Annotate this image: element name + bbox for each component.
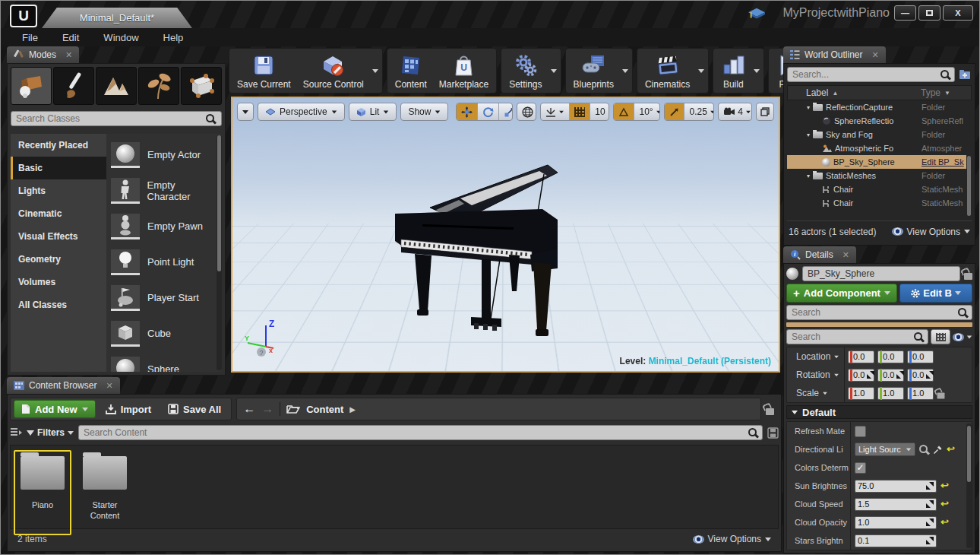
camera-speed-button[interactable]: 4	[719, 103, 752, 120]
sun-brightness-field[interactable]: 75.0	[855, 480, 937, 493]
category-geometry[interactable]: Geometry	[11, 248, 106, 271]
edit-blueprint-button[interactable]: Edit B	[899, 284, 972, 303]
source-control-dropdown[interactable]	[370, 49, 381, 93]
save-current-button[interactable]: Save Current	[231, 49, 297, 93]
details-lock-icon[interactable]	[964, 273, 972, 280]
value-spinner-icon[interactable]	[926, 537, 934, 544]
level-tab[interactable]: Minimal_Default*	[42, 8, 192, 28]
marketplace-button[interactable]: U Marketplace	[433, 49, 495, 93]
piano-static-mesh[interactable]	[232, 98, 779, 371]
content-browser-view-options-button[interactable]: View Options	[693, 534, 771, 544]
category-all-classes[interactable]: All Classes	[11, 293, 106, 316]
tutorial-cap-icon[interactable]	[748, 8, 765, 20]
outliner-row-bp-sky-sphere[interactable]: BP_Sky_Sphere Edit BP_Sk	[787, 155, 972, 169]
viewport[interactable]: Perspective Lit Show	[231, 97, 780, 373]
outliner-row-reflectioncapture[interactable]: ▾ReflectionCapture Folder	[787, 100, 972, 114]
reset-to-default-icon[interactable]: ↩	[940, 500, 949, 508]
selected-component-row[interactable]	[786, 322, 972, 327]
place-item-sphere[interactable]: Sphere	[111, 351, 220, 372]
settings-button[interactable]: Settings	[503, 49, 548, 93]
move-tool-button[interactable]	[457, 103, 478, 120]
details-search-input[interactable]	[786, 305, 972, 320]
breadcrumb-arrow-icon[interactable]: ▶	[349, 405, 356, 414]
reset-to-default-icon[interactable]: ↩	[940, 482, 949, 490]
menu-file[interactable]: File	[13, 30, 47, 46]
place-item-player-start[interactable]: Player Start	[111, 280, 220, 316]
scale-y-field[interactable]: 1.0	[877, 387, 904, 400]
location-y-field[interactable]: 0.0	[877, 350, 904, 363]
search-classes-input[interactable]	[11, 111, 222, 126]
scale-lock-icon[interactable]	[937, 392, 945, 398]
value-spinner-icon[interactable]	[926, 371, 934, 379]
menu-edit[interactable]: Edit	[53, 30, 88, 46]
place-item-empty-character[interactable]: Empty Character	[111, 173, 220, 208]
details-view-caret-icon[interactable]	[967, 335, 972, 338]
breadcrumb-content[interactable]: Content	[306, 404, 343, 415]
scale-snap-value-button[interactable]: 0.25	[684, 103, 714, 120]
location-label[interactable]: Location	[787, 347, 845, 366]
colors-determined-checkbox[interactable]: ✓	[855, 462, 866, 474]
outliner-close-icon[interactable]: ✕	[871, 50, 878, 60]
rotation-z-field[interactable]: 0.0	[907, 369, 934, 382]
outliner-row-spherereflection[interactable]: SphereReflectio SphereRefl	[787, 114, 972, 128]
reset-to-default-icon[interactable]: ↩	[940, 519, 949, 526]
level-value[interactable]: Minimal_Default (Persistent)	[649, 356, 771, 366]
outliner-row-chair-2[interactable]: Chair StaticMesh	[787, 196, 972, 210]
placement-scrollbar[interactable]	[217, 135, 222, 370]
save-search-icon[interactable]	[767, 427, 779, 439]
details-scrollbar[interactable]	[966, 423, 972, 548]
maximize-viewport-button[interactable]	[756, 103, 774, 121]
folder-tile-starter-content[interactable]: Starter Content	[76, 450, 134, 535]
save-all-button[interactable]: Save All	[161, 404, 228, 415]
add-component-button[interactable]: +Add Component	[786, 284, 897, 303]
modes-tab[interactable]: Modes ✕	[7, 46, 79, 63]
mode-foliage-button[interactable]	[138, 67, 179, 105]
property-matrix-button[interactable]	[931, 329, 950, 344]
mode-landscape-button[interactable]	[96, 67, 137, 105]
world-local-toggle-button[interactable]	[517, 103, 536, 120]
place-item-cube[interactable]: Cube	[111, 316, 220, 351]
value-spinner-icon[interactable]	[926, 500, 934, 508]
mode-place-button[interactable]	[11, 67, 52, 105]
eyedropper-icon[interactable]	[933, 445, 943, 455]
outliner-view-options-button[interactable]: View Options	[892, 227, 970, 237]
location-x-field[interactable]: 0.0	[848, 350, 874, 363]
place-item-empty-actor[interactable]: Empty Actor	[111, 137, 220, 173]
back-arrow-icon[interactable]: ←	[243, 402, 255, 416]
category-visual-effects[interactable]: Visual Effects	[11, 225, 106, 248]
sources-panel-icon[interactable]	[10, 427, 22, 438]
category-cinematic[interactable]: Cinematic	[11, 202, 106, 225]
world-outliner-tab[interactable]: World Outliner ✕	[783, 46, 886, 63]
content-browser-tab[interactable]: Content Browser ✕	[7, 377, 120, 394]
column-type[interactable]: Type	[921, 87, 940, 98]
search-content-input[interactable]	[78, 425, 763, 440]
lit-button[interactable]: Lit	[349, 103, 397, 121]
maximize-button[interactable]	[918, 5, 940, 21]
show-button[interactable]: Show	[400, 103, 448, 121]
rotation-snap-value-button[interactable]: 10°	[634, 103, 660, 120]
details-view-eye-icon[interactable]	[953, 333, 964, 341]
modes-close-icon[interactable]: ✕	[65, 50, 72, 60]
content-button[interactable]: Content	[389, 49, 433, 93]
value-spinner-icon[interactable]	[896, 371, 904, 379]
outliner-row-sky-and-fog[interactable]: ▾Sky and Fog Folder	[787, 128, 972, 141]
details-close-icon[interactable]: ✕	[842, 250, 849, 260]
expand-arrow-icon[interactable]: ▾	[807, 104, 810, 111]
rotation-snap-toggle-button[interactable]	[614, 103, 634, 120]
outliner-search-input[interactable]	[787, 67, 955, 82]
outliner-row-chair-1[interactable]: Chair StaticMesh	[787, 182, 972, 196]
outliner-row-staticmeshes[interactable]: ▾StaticMeshes Folder	[787, 169, 972, 182]
folder-tile-piano[interactable]: Piano	[14, 450, 71, 535]
reset-to-default-icon[interactable]: ↩	[947, 446, 955, 453]
scale-z-field[interactable]: 1.0	[907, 387, 934, 400]
scale-x-field[interactable]: 1.0	[848, 387, 874, 400]
details-tab[interactable]: i Details ✕	[783, 246, 856, 263]
column-label[interactable]: Label	[806, 87, 828, 98]
filters-button[interactable]: Filters	[27, 427, 74, 438]
close-button[interactable]: X	[943, 5, 973, 21]
value-spinner-icon[interactable]	[926, 482, 934, 490]
browse-icon[interactable]	[919, 445, 929, 455]
perspective-button[interactable]: Perspective	[258, 103, 345, 121]
value-spinner-icon[interactable]	[926, 519, 934, 526]
refresh-material-checkbox[interactable]	[855, 426, 866, 437]
